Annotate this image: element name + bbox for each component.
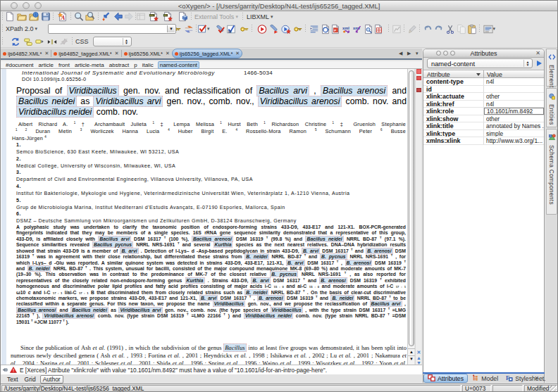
taxon-highlight[interactable]: B. arenosi bbox=[345, 260, 373, 266]
taxon-highlight[interactable]: Bacillus pycnus bbox=[92, 241, 133, 248]
error-marker[interactable] bbox=[416, 76, 421, 80]
taxon-highlight[interactable]: B. arenosi bbox=[319, 277, 347, 284]
taxon-highlight[interactable]: B. arenosi bbox=[257, 295, 285, 301]
attribute-value[interactable]: simple bbox=[484, 130, 544, 137]
taxon-highlight[interactable]: B. arvi bbox=[251, 277, 270, 284]
taxon-highlight[interactable]: Viridibacillus arenosi bbox=[42, 312, 95, 319]
doc-pdf-icon[interactable]: P bbox=[330, 24, 340, 34]
attribute-value[interactable]: other bbox=[484, 93, 544, 100]
xquery-debugger-icon[interactable]: XQ bbox=[163, 11, 173, 22]
archive-browser-icon[interactable] bbox=[178, 11, 187, 22]
tab-scroll-left-icon[interactable]: ◀ bbox=[399, 51, 402, 56]
apply-transformation-icon[interactable] bbox=[257, 24, 267, 34]
clear-errors-icon[interactable]: ✕ bbox=[416, 350, 422, 355]
undo-icon[interactable] bbox=[423, 24, 433, 34]
scrollbar-thumb[interactable] bbox=[409, 70, 414, 346]
taxon-highlight[interactable]: Viridibacillus neidei bbox=[244, 312, 293, 319]
taxon-highlight[interactable]: Viridibacillus bbox=[67, 85, 119, 96]
taxon-highlight[interactable]: Bacillus neidei bbox=[16, 96, 77, 107]
taxon-highlight[interactable]: Bacillus arenosi bbox=[321, 85, 388, 96]
attribute-row-xlink:show[interactable]: xlink:showother bbox=[423, 115, 544, 123]
attribute-value[interactable] bbox=[484, 86, 544, 93]
validation-error-bar[interactable]: E [Xerces] Attribute "xlink:role" with v… bbox=[1, 365, 422, 374]
sort-descending-icon[interactable] bbox=[476, 73, 480, 76]
xslt-debugger-icon[interactable]: XSLT bbox=[149, 11, 159, 22]
plug-arrows-icon[interactable] bbox=[184, 24, 194, 34]
attribute-value[interactable]: n4l bbox=[484, 78, 544, 85]
document-view[interactable]: International Journal of Systematic and … bbox=[1, 69, 407, 365]
taxon-highlight[interactable]: B. arvi bbox=[120, 248, 138, 254]
breadcrumb-item-abstract[interactable]: abstract bbox=[109, 62, 129, 68]
element-combo-stepper-icon[interactable]: ▲▼ bbox=[523, 60, 531, 67]
taxon-highlight[interactable]: Viridibacillus bbox=[213, 301, 245, 307]
taxon-highlight[interactable]: Viridibacillus arenosi bbox=[258, 96, 342, 107]
attribute-row-xlink:type[interactable]: xlink:typesimple bbox=[423, 130, 544, 138]
value-column-header[interactable]: Value bbox=[484, 70, 544, 77]
taxon-highlight[interactable]: B. neidei bbox=[27, 265, 51, 272]
doc-grid-icon[interactable] bbox=[373, 24, 383, 34]
attribute-name[interactable]: xlink:title bbox=[423, 122, 484, 129]
attribute-value[interactable]: annotated by Names ... bbox=[484, 122, 544, 129]
attribute-name[interactable]: xlink:type bbox=[423, 130, 484, 137]
tab-scroll-right-icon[interactable]: ▶ bbox=[407, 51, 411, 56]
panel-close-icon[interactable]: ✕ bbox=[535, 50, 540, 56]
dropdown-arrow-icon[interactable]: ▾ bbox=[207, 26, 210, 32]
attribute-row-id[interactable]: id bbox=[423, 86, 544, 94]
mode-tab-grid[interactable]: Grid bbox=[25, 376, 36, 383]
new-file-icon[interactable] bbox=[5, 11, 15, 22]
attribute-name[interactable]: id bbox=[423, 86, 484, 93]
attribute-row-xmlns:xlink[interactable]: xmlns:xlinkhttp://www.w3.org/1... bbox=[423, 137, 544, 145]
paste-icon[interactable] bbox=[467, 24, 477, 34]
panel-tabs-close-icon[interactable]: ✕ bbox=[534, 375, 539, 381]
xpath-mode-arrow-icon[interactable]: ▾ bbox=[35, 26, 38, 32]
author-sync-icon[interactable] bbox=[11, 37, 20, 47]
attribute-name[interactable]: xlink:role bbox=[423, 108, 484, 115]
title-bar[interactable]: <oXygen/> - [/Users/garrity/Desktop/N4L-… bbox=[1, 1, 557, 11]
attribute-name[interactable]: xlink:href bbox=[423, 101, 484, 108]
side-tab-schema-components[interactable]: Schema Components bbox=[546, 129, 557, 215]
doc-preview-icon[interactable] bbox=[364, 24, 373, 34]
breadcrumb-item-front[interactable]: front bbox=[58, 62, 70, 68]
attribute-value-editor[interactable]: 10.1601/nm.8492 bbox=[484, 108, 544, 115]
side-tab-entities[interactable]: Entities bbox=[546, 88, 557, 127]
vertical-scrollbar[interactable]: ▲ ▼ bbox=[407, 69, 414, 365]
libxml-menu-arrow-icon[interactable]: ▾ bbox=[271, 14, 273, 20]
attribute-row-xlink:title[interactable]: xlink:titleannotated by Names ... bbox=[423, 122, 544, 130]
collapse-tags-icon[interactable] bbox=[47, 37, 57, 47]
next-tag-icon[interactable] bbox=[35, 37, 45, 47]
taxon-highlight[interactable]: Bacillus arvi bbox=[370, 301, 402, 307]
breadcrumb-item-named-content[interactable]: named-content bbox=[158, 61, 199, 69]
attribute-name[interactable]: content-type bbox=[423, 78, 484, 85]
configure-transformation-icon[interactable] bbox=[269, 24, 279, 34]
xml-refactor-icon[interactable]: xml bbox=[342, 24, 352, 34]
previous-error-icon[interactable]: ▲ bbox=[416, 355, 422, 360]
xpath-mode-label[interactable]: XPath 2.0 bbox=[6, 25, 34, 32]
taxon-highlight[interactable]: B. neidei bbox=[244, 253, 268, 260]
taxon-highlight[interactable]: Viridibacillus arvi bbox=[118, 307, 162, 313]
dropdown-arrow-icon[interactable]: ▾ bbox=[493, 26, 496, 32]
taxon-highlight[interactable]: B. pycnus bbox=[270, 271, 298, 277]
resize-grip[interactable] bbox=[550, 386, 557, 392]
well-formed-check-icon[interactable]: W bbox=[226, 24, 236, 34]
xpath-input[interactable]: ▼ bbox=[48, 24, 176, 34]
taxon-highlight[interactable]: Bacillus arvi bbox=[256, 85, 309, 96]
breadcrumb-item-italic[interactable]: italic bbox=[142, 62, 154, 68]
back-arrow-icon[interactable] bbox=[113, 11, 123, 22]
attribute-row-xlink:href[interactable]: xlink:hrefn4l bbox=[423, 101, 544, 108]
add-attribute-icon[interactable] bbox=[537, 61, 542, 66]
attribute-row-content-type[interactable]: content-typen4l bbox=[423, 78, 544, 86]
mode-tab-text[interactable]: Text bbox=[7, 376, 18, 383]
error-marker[interactable] bbox=[416, 88, 421, 92]
tab-close-icon[interactable]: ✕ bbox=[235, 51, 240, 56]
error-marker[interactable] bbox=[416, 69, 421, 74]
breadcrumb-item-article-meta[interactable]: article-meta bbox=[75, 62, 104, 68]
taxon-highlight[interactable]: B. pycnus bbox=[320, 253, 347, 260]
format-indent-icon[interactable] bbox=[309, 24, 319, 34]
editor-tab-ijs64852.XML[interactable]: ijs64852.XML*✕ bbox=[1, 48, 51, 59]
breadcrumb-item-article[interactable]: article bbox=[39, 62, 54, 68]
scroll-down-icon[interactable]: ▼ bbox=[408, 355, 415, 362]
css-combo[interactable]: ▲▼ bbox=[93, 37, 132, 46]
taxon-highlight[interactable]: B. arvi bbox=[286, 260, 305, 266]
tab-close-icon[interactable]: ✕ bbox=[115, 51, 119, 56]
mode-tab-author[interactable]: Author bbox=[40, 375, 63, 384]
